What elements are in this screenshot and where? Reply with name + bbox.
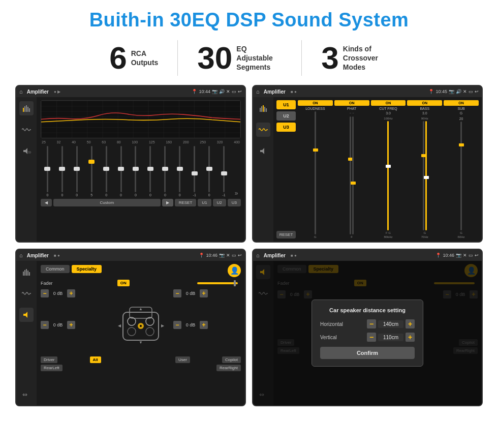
- eq-slider-4[interactable]: 5: [85, 146, 99, 197]
- eq-more-arrow[interactable]: »: [232, 190, 241, 197]
- eq-u3-btn[interactable]: U3: [228, 199, 241, 206]
- sub-freq: G: [460, 231, 462, 234]
- fader-home-icon[interactable]: ⌂: [19, 252, 23, 258]
- fader-specialty-tab[interactable]: Specialty: [72, 265, 102, 273]
- svg-rect-13: [266, 108, 267, 112]
- user-btn[interactable]: User: [175, 356, 190, 363]
- rr-plus-btn[interactable]: +: [200, 321, 208, 329]
- fl-minus-btn[interactable]: −: [41, 289, 49, 297]
- distance-rect-icon: ▭: [469, 253, 473, 258]
- fader-sidebar-wave-icon[interactable]: [19, 286, 34, 301]
- crossover-u1-btn[interactable]: U1: [276, 100, 296, 109]
- eq-sidebar-eq-icon[interactable]: [19, 101, 34, 115]
- driver-btn[interactable]: Driver: [41, 356, 57, 363]
- rear-left-btn[interactable]: RearLeft: [41, 365, 63, 371]
- crossover-sidebar-wave-icon[interactable]: [256, 123, 270, 137]
- screen-distance: ⌂ Amplifier ■ ● 📍 10:46 📷 ✕ ▭ ↩: [252, 249, 483, 406]
- svg-rect-19: [29, 272, 30, 276]
- cutfreq-freq: F G: [386, 231, 391, 234]
- eq-slider-8[interactable]: 0: [143, 146, 157, 197]
- stat-eq-label: EQ AdjustableSegments: [236, 44, 282, 72]
- fader-tabs: Common Specialty: [41, 265, 102, 273]
- eq-custom-btn[interactable]: Custom: [53, 199, 161, 206]
- eq-slider-9[interactable]: 0: [158, 146, 172, 197]
- distance-back-icon[interactable]: ↩: [475, 253, 479, 258]
- phat-on-btn[interactable]: ON: [334, 100, 369, 106]
- cutfreq-hz: 100Hz: [384, 117, 392, 120]
- fr-plus-btn[interactable]: +: [200, 289, 208, 297]
- vertical-plus-btn[interactable]: +: [406, 333, 415, 342]
- eq-slider-11[interactable]: -1: [188, 146, 201, 197]
- rr-minus-btn[interactable]: −: [173, 321, 181, 329]
- fader-on-btn[interactable]: ON: [117, 280, 130, 286]
- sub-on-btn[interactable]: ON: [444, 100, 479, 106]
- eq-slider-2[interactable]: 0: [55, 146, 69, 197]
- fader-slider[interactable]: [197, 282, 238, 284]
- fader-profile-icon[interactable]: 👤: [228, 264, 241, 277]
- distance-home-icon[interactable]: ⌂: [256, 252, 260, 258]
- eq-slider-13[interactable]: -1: [217, 146, 231, 197]
- fl-plus-btn[interactable]: +: [67, 289, 75, 297]
- sub-slider[interactable]: [444, 122, 479, 230]
- rear-right-btn[interactable]: RearRight: [216, 365, 241, 371]
- crossover-reset-btn[interactable]: RESET: [276, 231, 296, 238]
- crossover-u2-btn[interactable]: U2: [276, 111, 296, 121]
- svg-marker-14: [260, 148, 264, 154]
- eq-sidebar-vol-icon[interactable]: )))): [19, 144, 34, 158]
- fr-minus-btn[interactable]: −: [173, 289, 181, 297]
- eq-back-icon[interactable]: ↩: [238, 89, 242, 94]
- svg-rect-11: [263, 105, 264, 112]
- all-btn[interactable]: All: [90, 356, 101, 363]
- rl-plus-btn[interactable]: +: [67, 321, 75, 329]
- eq-sidebar-wave-icon[interactable]: [19, 123, 34, 137]
- bass-slider[interactable]: [407, 121, 442, 230]
- svg-text:⇔: ⇔: [22, 391, 27, 398]
- cutfreq-on-btn[interactable]: ON: [371, 100, 406, 106]
- confirm-button[interactable]: Confirm: [320, 347, 415, 359]
- dialog-title: Car speaker distance setting: [320, 307, 415, 313]
- page-wrapper: Buith-in 30EQ DSP Sound System 6 RCAOutp…: [0, 0, 498, 448]
- eq-prev-btn[interactable]: ◀: [41, 199, 52, 206]
- spacer: [133, 356, 143, 363]
- fader-common-tab[interactable]: Common: [41, 265, 70, 273]
- horizontal-minus-btn[interactable]: −: [367, 319, 376, 328]
- crossover-u3-btn[interactable]: U3: [276, 123, 296, 132]
- loudness-on-btn[interactable]: ON: [298, 100, 333, 106]
- bass-on-btn[interactable]: ON: [407, 100, 442, 106]
- crossover-sidebar-vol-icon[interactable]: [256, 144, 270, 158]
- crossover-sidebar-eq-icon[interactable]: [256, 101, 270, 115]
- vertical-control: − 110cm +: [367, 333, 415, 342]
- fader-status-icons: 📍 10:46 📷 ✕ ▭ ↩: [199, 253, 242, 258]
- loudness-slider[interactable]: [298, 111, 333, 234]
- crossover-home-icon[interactable]: ⌂: [256, 88, 260, 95]
- fader-main-area: Common Specialty 👤 Fader ON: [37, 261, 245, 405]
- eq-slider-6[interactable]: 0: [114, 146, 128, 197]
- crossover-back-icon[interactable]: ↩: [475, 89, 479, 94]
- stat-rca: 6 RCAOutputs: [90, 42, 177, 74]
- cutfreq-slider[interactable]: [371, 121, 406, 230]
- eq-slider-1[interactable]: 0: [41, 146, 54, 197]
- crossover-content: U1 U2 U3 RESET ON LOUDNESS: [253, 97, 482, 242]
- eq-slider-10[interactable]: 0: [173, 146, 186, 197]
- fader-x-icon: ✕: [226, 253, 230, 258]
- freq-80: 80: [117, 140, 121, 144]
- eq-slider-7[interactable]: 0: [129, 146, 143, 197]
- fader-sidebar-speaker-icon[interactable]: [19, 308, 34, 322]
- vertical-minus-btn[interactable]: −: [367, 333, 376, 342]
- eq-u2-btn[interactable]: U2: [213, 199, 226, 206]
- eq-slider-5[interactable]: 0: [100, 146, 113, 197]
- eq-slider-12[interactable]: 0: [202, 146, 216, 197]
- phat-slider[interactable]: [334, 116, 369, 234]
- fader-sidebar-arrows-icon[interactable]: ⇔: [19, 387, 34, 401]
- eq-play-btn[interactable]: ▶: [162, 199, 173, 206]
- fader-back-icon[interactable]: ↩: [238, 253, 242, 258]
- fader-sidebar-eq-icon[interactable]: [19, 265, 34, 279]
- eq-u1-btn[interactable]: U1: [198, 199, 211, 206]
- eq-slider-3[interactable]: 0: [70, 146, 84, 197]
- stat-crossover-number: 3: [321, 42, 338, 74]
- horizontal-plus-btn[interactable]: +: [406, 319, 415, 328]
- home-icon[interactable]: ⌂: [19, 88, 23, 95]
- copilot-btn[interactable]: Copilot: [222, 356, 241, 363]
- rl-minus-btn[interactable]: −: [41, 321, 49, 329]
- eq-reset-btn[interactable]: RESET: [175, 199, 197, 206]
